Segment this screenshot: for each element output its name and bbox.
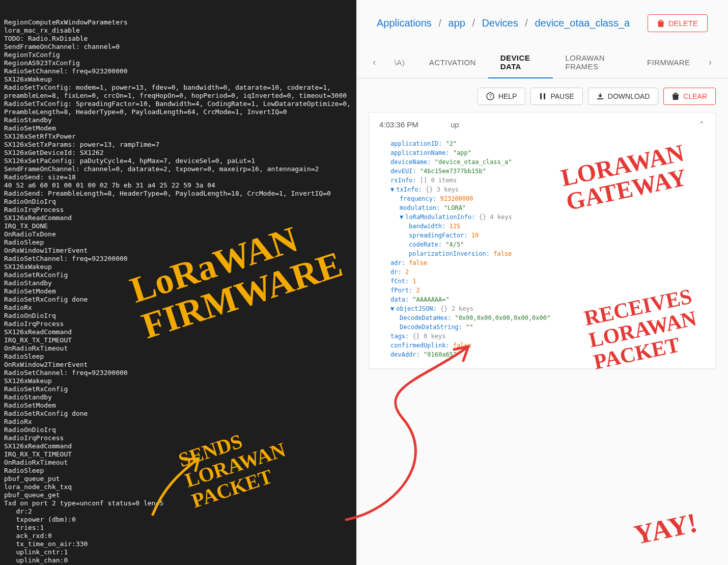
event-body: applicationID: "2" applicationName: "app… <box>369 136 715 368</box>
tab-lorawan-frames[interactable]: LORAWAN FRAMES <box>553 46 635 78</box>
breadcrumb-devices[interactable]: Devices <box>482 17 518 29</box>
terminal-line: RadioRx <box>4 418 352 426</box>
terminal-line: RadioIrqProcess <box>4 434 352 442</box>
json-applicationName: "app" <box>453 149 471 156</box>
terminal-line: RadioSleep <box>4 238 352 247</box>
clear-label: CLEAR <box>683 92 707 100</box>
terminal-pane: RegionComputeRxWindowParameterslora_mac_… <box>0 0 356 565</box>
json-rxInfo-meta: 0 items <box>431 177 457 184</box>
event-direction: up <box>451 120 552 129</box>
terminal-line: TODO: Radio.RxDisable <box>4 35 352 43</box>
terminal-line: RegionAS923TxConfig <box>4 59 352 67</box>
terminal-line: RegionTxConfig <box>4 51 352 59</box>
terminal-line: pbuf_queue_put <box>4 475 352 483</box>
terminal-line: RadioIrqProcess <box>4 206 352 214</box>
terminal-line: RadioSetChannel: freq=923200000 <box>4 67 352 75</box>
terminal-line: RadioSend: size=18 <box>4 173 352 181</box>
terminal-line: OnRxWindow2TimerEvent <box>4 361 352 369</box>
json-codeRate: "4/5" <box>445 241 464 248</box>
terminal-line: RadioIrqProcess <box>4 320 352 328</box>
terminal-line: SX126xSetPaConfig: paDutyCycle=4, hpMax=… <box>4 157 352 165</box>
breadcrumb-device[interactable]: device_otaa_class_a <box>535 17 630 29</box>
delete-button[interactable]: DELETE <box>648 14 708 32</box>
terminal-line: RadioSetChannel: freq=923200000 <box>4 369 352 377</box>
json-toggle[interactable]: ▼ <box>390 186 394 193</box>
json-toggle[interactable]: ▼ <box>390 305 394 312</box>
terminal-line: lora_node_chk_txq <box>4 483 352 491</box>
terminal-line: SendFrameOnChannel: channel=0, datarate=… <box>4 165 352 173</box>
terminal-line: RadioSetTxConfig: SpreadingFactor=10, Ba… <box>4 100 352 108</box>
terminal-line: SX126xWakeup <box>4 75 352 84</box>
terminal-line: lora_mac_rx_disable <box>4 26 352 35</box>
terminal-line: SX126xGetDeviceId: SX1262 <box>4 149 352 157</box>
tab-firmware[interactable]: FIRMWARE <box>635 51 702 74</box>
terminal-line: RadioSetRxConfig done <box>4 295 352 304</box>
terminal-line: PreambleLength=8, HeaderType=0, PayloadL… <box>4 108 352 116</box>
event-card: 4:03:36 PM up ⌃ applicationID: "2" appli… <box>369 112 716 369</box>
terminal-line: RadioSetModem <box>4 124 352 132</box>
json-frequency: 923200000 <box>440 195 473 202</box>
json-adr: false <box>409 259 427 266</box>
terminal-line: SX126xReadCommand <box>4 214 352 222</box>
breadcrumb-sep: / <box>438 17 441 29</box>
breadcrumb-sep: / <box>472 17 475 29</box>
json-bandwidth: 125 <box>449 223 460 230</box>
json-data: "AAAAAAA=" <box>412 296 449 303</box>
terminal-line: dr:2 <box>4 507 352 516</box>
terminal-line: SX126xSetRfTxPower <box>4 132 352 141</box>
terminal-line: RadioOnDioIrq <box>4 312 352 320</box>
pause-button[interactable]: PAUSE <box>530 88 582 105</box>
event-collapse-icon[interactable]: ⌃ <box>698 120 705 129</box>
tab-device-data[interactable]: DEVICE DATA <box>488 46 553 78</box>
terminal-line: ack_rxd:0 <box>4 532 352 540</box>
breadcrumb-sep: / <box>525 17 528 29</box>
terminal-line: pbuf_queue_get <box>4 491 352 499</box>
download-button[interactable]: DOWNLOAD <box>588 88 658 105</box>
svg-text:?: ? <box>489 94 492 99</box>
terminal-line: SX126xReadCommand <box>4 442 352 450</box>
event-time: 4:03:36 PM <box>379 120 451 129</box>
json-txInfo-meta: 3 keys <box>437 186 459 193</box>
tab-scroll-left[interactable]: ‹ <box>367 57 382 68</box>
web-panel: Applications / app / Devices / device_ot… <box>356 0 728 565</box>
pause-icon <box>539 93 546 100</box>
tabs: ‹ \A) ACTIVATION DEVICE DATA LORAWAN FRA… <box>356 46 728 78</box>
annotation-yay: YAY! <box>631 507 700 551</box>
terminal-line: RadioSetRxConfig done <box>4 410 352 418</box>
terminal-line: RadioStandby <box>4 116 352 124</box>
terminal-line: OnRadioRxTimeout <box>4 344 352 353</box>
json-devEUI: "4bc15ee7377bb15b" <box>420 168 486 175</box>
terminal-line: IRQ_TX_DONE <box>4 222 352 230</box>
tab-truncated[interactable]: \A) <box>382 51 417 74</box>
terminal-line: SX126xReadCommand <box>4 328 352 336</box>
help-label: HELP <box>498 92 517 100</box>
clear-button[interactable]: CLEAR <box>663 88 716 105</box>
download-label: DOWNLOAD <box>608 92 650 100</box>
help-button[interactable]: ? HELP <box>478 88 526 105</box>
terminal-line: uplink_chan:0 <box>4 556 352 564</box>
help-icon: ? <box>486 92 494 100</box>
terminal-line: OnRxWindow1TimerEvent <box>4 247 352 255</box>
terminal-line: preambleLen=8, fixLen=0, crcOn=1, freqHo… <box>4 92 352 100</box>
json-devAddr: "0160a652" <box>424 351 460 358</box>
breadcrumb-applications[interactable]: Applications <box>377 17 432 29</box>
json-decodeStr: "" <box>466 324 473 331</box>
terminal-line: Txd on port 2 type=unconf status=0 len=5 <box>4 499 352 507</box>
terminal-line: OnRadioTxDone <box>4 230 352 238</box>
json-polInv: false <box>493 250 512 257</box>
terminal-line: SX126xSetTxParams: power=13, rampTime=7 <box>4 141 352 149</box>
breadcrumb-app[interactable]: app <box>449 17 465 29</box>
json-modulation: "LORA" <box>444 204 466 211</box>
tab-activation[interactable]: ACTIVATION <box>417 51 488 74</box>
terminal-line: RadioSend: PreambleLength=8, HeaderType=… <box>4 190 352 198</box>
json-fPort: 2 <box>416 287 420 294</box>
json-deviceName: "device_otaa_class_a" <box>435 158 512 166</box>
tab-scroll-right[interactable]: › <box>702 57 718 68</box>
terminal-line: RadioRx <box>4 304 352 312</box>
svg-rect-3 <box>544 93 545 99</box>
terminal-line: RegionComputeRxWindowParameters <box>4 18 352 26</box>
terminal-line: RadioSetModem <box>4 287 352 295</box>
terminal-line: RadioOnDioIrq <box>4 426 352 434</box>
json-toggle[interactable]: ▼ <box>400 213 403 221</box>
terminal-line: RadioStandby <box>4 393 352 401</box>
